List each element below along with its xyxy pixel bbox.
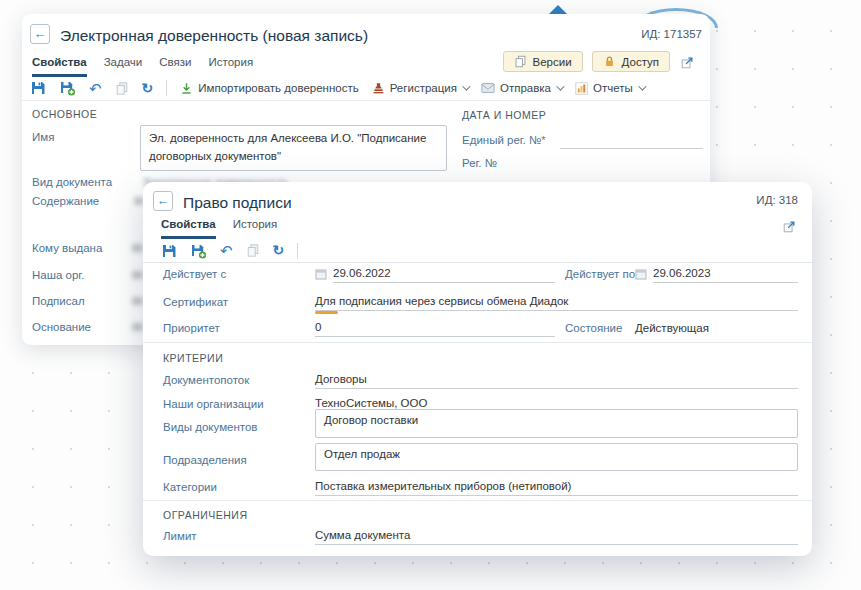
access-button-label: Доступ bbox=[622, 56, 659, 68]
limit-label: Лимит bbox=[163, 530, 197, 542]
categories-field[interactable]: Поставка измерительных приборов (нетипов… bbox=[315, 480, 798, 496]
dialog-tab-bar: Свойства История bbox=[161, 218, 277, 239]
dialog-back-button[interactable]: ← bbox=[153, 191, 173, 211]
section-divider bbox=[143, 500, 812, 501]
copy-icon[interactable] bbox=[115, 81, 129, 96]
tab-links[interactable]: Связи bbox=[159, 56, 191, 77]
state-value: Действующая bbox=[635, 322, 709, 334]
undo-icon[interactable]: ↶ bbox=[220, 243, 233, 258]
reg-no-label: Рег. № bbox=[462, 157, 497, 169]
envelope-icon bbox=[481, 82, 495, 94]
docflow-field[interactable]: Договоры bbox=[315, 373, 798, 389]
our-org-label: Наша орг. bbox=[32, 269, 84, 281]
content-label: Содержание bbox=[32, 195, 99, 207]
versions-button[interactable]: Версии bbox=[503, 51, 583, 72]
name-field[interactable]: Эл. доверенность для Алексеева И.О. "Под… bbox=[140, 125, 447, 171]
valid-to-label: Действует по bbox=[565, 268, 635, 280]
dialog-open-in-window-icon[interactable] bbox=[782, 220, 796, 234]
section-criteria: КРИТЕРИИ bbox=[163, 352, 223, 364]
blurred-text bbox=[132, 244, 143, 252]
bar-chart-icon bbox=[575, 82, 588, 95]
priority-label: Приоритет bbox=[163, 322, 220, 334]
blurred-text bbox=[132, 271, 143, 279]
certificate-field[interactable]: Для подписания через сервисы обмена Диад… bbox=[315, 295, 798, 311]
chevron-down-icon bbox=[462, 82, 470, 90]
certificate-label: Сертификат bbox=[163, 296, 228, 308]
doc-kind-label: Вид документа bbox=[32, 176, 112, 188]
refresh-icon[interactable]: ↻ bbox=[142, 81, 154, 96]
reports-label: Отчеты bbox=[593, 82, 633, 94]
stamp-icon bbox=[372, 82, 385, 95]
dialog-tab-history[interactable]: История bbox=[233, 218, 278, 239]
limit-field[interactable]: Сумма документа bbox=[315, 529, 798, 545]
import-poa-label: Импортировать доверенность bbox=[198, 82, 358, 94]
certificate-underline-mark bbox=[315, 311, 338, 314]
refresh-icon[interactable]: ↻ bbox=[273, 243, 285, 258]
undo-icon[interactable]: ↶ bbox=[89, 81, 102, 96]
blurred-text bbox=[132, 297, 143, 305]
registration-menu-button[interactable]: Регистрация bbox=[372, 82, 468, 95]
doc-kinds-field[interactable]: Договор поставки bbox=[315, 409, 798, 438]
section-main: ОСНОВНОЕ bbox=[32, 108, 97, 120]
blurred-text bbox=[132, 323, 143, 331]
dialog-toolbar: ↶ ↻ bbox=[143, 239, 812, 263]
save-icon[interactable] bbox=[161, 243, 177, 259]
valid-from-label: Действует с bbox=[163, 268, 226, 280]
versions-icon bbox=[514, 55, 527, 68]
header-buttons: Версии Доступ bbox=[503, 51, 671, 72]
dialog-record-id: ИД: 318 bbox=[756, 194, 798, 206]
dialog-title: Право подписи bbox=[183, 194, 292, 212]
dialog-tab-properties[interactable]: Свойства bbox=[161, 218, 216, 239]
departments-field[interactable]: Отдел продаж bbox=[315, 443, 798, 471]
doc-kinds-label: Виды документов bbox=[163, 421, 257, 433]
name-label: Имя bbox=[32, 131, 54, 143]
unified-reg-field[interactable] bbox=[560, 132, 703, 149]
send-menu-button[interactable]: Отправка bbox=[481, 82, 562, 94]
record-id: ИД: 171357 bbox=[641, 28, 702, 40]
signed-by-label: Подписал bbox=[32, 295, 85, 307]
unified-reg-label-text: Единый рег. № bbox=[462, 134, 541, 146]
state-label: Состояние bbox=[565, 322, 622, 334]
save-as-icon[interactable] bbox=[190, 243, 207, 259]
toolbar-separator bbox=[297, 243, 298, 259]
registration-label: Регистрация bbox=[390, 82, 457, 94]
tab-tasks[interactable]: Задачи bbox=[104, 56, 143, 77]
basis-label: Основание bbox=[32, 321, 91, 333]
download-icon bbox=[180, 82, 193, 95]
issued-to-label: Кому выдана bbox=[32, 242, 102, 254]
priority-field[interactable]: 0 bbox=[315, 321, 555, 337]
import-poa-button[interactable]: Импортировать доверенность bbox=[180, 82, 358, 95]
chevron-down-icon bbox=[556, 82, 564, 90]
versions-button-label: Версии bbox=[533, 56, 572, 68]
tab-bar: Свойства Задачи Связи История bbox=[32, 56, 253, 77]
back-button[interactable]: ← bbox=[30, 24, 50, 44]
chevron-down-icon bbox=[638, 82, 646, 90]
section-restrictions: ОГРАНИЧЕНИЯ bbox=[163, 509, 248, 521]
page-title: Электронная доверенность (новая запись) bbox=[60, 27, 368, 45]
toolbar-separator bbox=[166, 80, 167, 96]
section-date-number: ДАТА И НОМЕР bbox=[462, 109, 546, 121]
calendar-icon[interactable] bbox=[315, 268, 327, 280]
calendar-icon[interactable] bbox=[635, 268, 647, 280]
save-icon[interactable] bbox=[30, 80, 46, 96]
lock-icon bbox=[603, 55, 616, 68]
tab-history[interactable]: История bbox=[209, 56, 254, 77]
send-label: Отправка bbox=[500, 82, 551, 94]
departments-label: Подразделения bbox=[163, 454, 247, 466]
save-as-icon[interactable] bbox=[59, 80, 76, 96]
copy-icon[interactable] bbox=[246, 243, 260, 258]
reports-menu-button[interactable]: Отчеты bbox=[575, 82, 644, 95]
access-button[interactable]: Доступ bbox=[592, 51, 670, 72]
valid-from-field[interactable]: 29.06.2022 bbox=[333, 267, 555, 283]
tab-properties[interactable]: Свойства bbox=[32, 56, 87, 77]
open-in-window-icon[interactable] bbox=[680, 56, 694, 70]
categories-label: Категории bbox=[163, 481, 217, 493]
docflow-label: Документопоток bbox=[163, 374, 249, 386]
our-orgs-label: Наши организации bbox=[163, 398, 264, 410]
valid-to-field[interactable]: 29.06.2023 bbox=[653, 267, 798, 283]
section-divider bbox=[143, 342, 812, 343]
toolbar: ↶ ↻ Импортировать доверенность Регистрац… bbox=[22, 76, 710, 101]
unified-reg-label: Единый рег. №* bbox=[462, 134, 546, 146]
dialog-signing-right: ← Право подписи ИД: 318 Свойства История… bbox=[143, 182, 812, 556]
required-asterisk: * bbox=[541, 134, 545, 146]
